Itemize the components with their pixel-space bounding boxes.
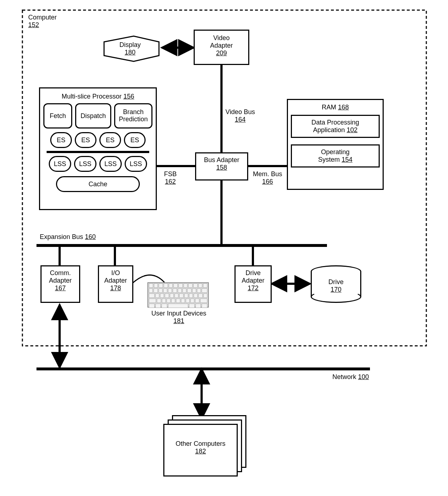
dispatch-block: Dispatch (75, 103, 111, 129)
uid-label: User Input Devices 181 (145, 310, 213, 325)
keyboard-image (147, 282, 209, 308)
dpa-block: Data Processing Application 102 (291, 115, 380, 138)
cache-block: Cache (56, 176, 140, 192)
ram-block: RAM 168 Data Processing Application 102 … (287, 99, 384, 190)
lss-block: LSS (125, 156, 147, 172)
io-adapter-block: I/OAdapter 178 (98, 265, 133, 303)
es-block: ES (124, 132, 146, 148)
computer-label: Computer 152 (28, 14, 57, 29)
bus-adapter-block: Bus Adapter 158 (195, 152, 248, 180)
display-block: Display 180 (108, 41, 152, 56)
video-bus-label: Video Bus 164 (225, 108, 255, 123)
es-block: ES (99, 132, 121, 148)
processor-block: Multi-slice Processor 156 Fetch Dispatch… (39, 87, 157, 210)
mem-bus-label: Mem. Bus 166 (253, 170, 282, 186)
fetch-block: Fetch (43, 103, 72, 129)
branch-prediction-block: BranchPrediction (114, 103, 152, 129)
expansion-bus-label: Expansion Bus 160 (40, 233, 96, 241)
lss-block: LSS (74, 156, 96, 172)
os-block: Operating System 154 (291, 144, 380, 167)
drive-block: Drive 170 (311, 265, 361, 303)
network-label: Network 100 (332, 373, 369, 381)
es-block: ES (50, 132, 72, 148)
comm-adapter-block: Comm.Adapter 167 (40, 265, 80, 303)
other-computers-block: Other Computers 182 (163, 415, 246, 477)
video-adapter-block: Video Adapter 209 (194, 30, 249, 65)
drive-adapter-block: DriveAdapter 172 (234, 265, 272, 303)
lss-block: LSS (99, 156, 122, 172)
lss-block: LSS (49, 156, 71, 172)
es-block: ES (75, 132, 96, 148)
fsb-label: FSB 162 (164, 170, 177, 186)
